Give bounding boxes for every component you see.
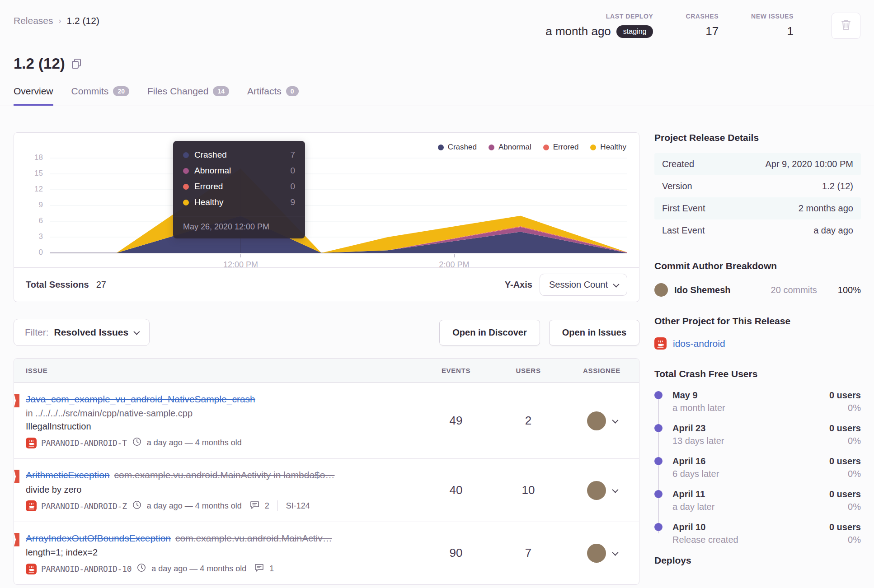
issue-culprit: com.example.vu.android.MainActivity in l… [114, 470, 335, 480]
tooltip-abnormal-value: 0 [290, 166, 295, 176]
other-project-heading: Other Project for This Release [654, 316, 861, 327]
stat-last-deploy: LAST DEPLOY a month ago staging [545, 13, 653, 38]
assignee-avatar [587, 481, 606, 500]
other-project-link[interactable]: idos-android [654, 337, 861, 350]
detail-value: 1.2 (12) [822, 181, 853, 191]
column-assignee: ASSIGNEE [564, 359, 639, 383]
project-link[interactable]: PARANOID-ANDROID-10 [26, 564, 132, 574]
legend-item-errored[interactable]: Errored [543, 143, 579, 152]
deploys-heading: Deploys [654, 555, 861, 566]
yaxis-selected-value: Session Count [549, 280, 608, 290]
users-count: 2 [492, 414, 564, 428]
legend-crashed-label: Crashed [448, 143, 477, 152]
tab-artifacts[interactable]: Artifacts 0 [247, 86, 299, 106]
tooltip-healthy-value: 9 [290, 197, 295, 207]
project-link[interactable]: PARANOID-ANDROID-Z [26, 500, 127, 511]
copy-icon[interactable] [71, 58, 81, 71]
events-count: 90 [420, 546, 492, 560]
delete-release-button[interactable] [832, 13, 860, 39]
author-avatar [654, 283, 668, 297]
chart-legend: Crashed Abnormal Errored Healthy [438, 143, 626, 152]
project-slug: PARANOID-ANDROID-T [41, 438, 127, 448]
new-issues-value: 1 [751, 24, 794, 38]
legend-healthy-label: Healthy [600, 143, 626, 152]
new-issues-label: NEW ISSUES [751, 13, 794, 20]
sessions-chart-svg [50, 153, 627, 254]
trash-icon [841, 19, 851, 33]
y-axis-label: 6 [21, 216, 43, 225]
sessions-chart-plot[interactable]: 036912151812:00 PM2:00 PM [50, 153, 627, 254]
page-title: 1.2 (12) [14, 55, 65, 72]
entry-users: 0 users [829, 456, 861, 467]
java-platform-icon [26, 500, 37, 511]
release-details-heading: Project Release Details [654, 132, 861, 143]
breadcrumb-releases[interactable]: Releases [14, 15, 53, 26]
timeline-dot [654, 424, 663, 432]
tooltip-timestamp: May 26, 2020 12:00 PM [173, 216, 305, 238]
chevron-down-icon [613, 281, 619, 287]
abnormal-color-dot [183, 168, 189, 174]
issue-message: length=1; index=2 [26, 547, 411, 558]
chevron-down-icon [133, 329, 140, 335]
commit-author-breakdown: Commit Author Breakdown Ido Shemesh 20 c… [654, 261, 861, 297]
crash-free-users-section: Total Crash Free Users May 90 users a mo… [654, 369, 861, 545]
events-count: 40 [420, 483, 492, 497]
y-axis-label: 15 [21, 169, 43, 178]
clock-icon [137, 563, 146, 574]
entry-users: 0 users [829, 489, 861, 499]
detail-value: 2 months ago [799, 203, 853, 214]
tab-artifacts-label: Artifacts [247, 86, 282, 97]
crashed-color-dot [438, 145, 444, 150]
comment-icon [254, 563, 264, 574]
project-link[interactable]: PARANOID-ANDROID-T [26, 438, 127, 448]
entry-caption: a day later [672, 502, 714, 512]
detail-row-version: Version 1.2 (12) [654, 175, 861, 197]
issue-title-link[interactable]: Java_com_example_vu_android_NativeSample… [26, 394, 255, 404]
issue-message: divide by zero [26, 485, 411, 495]
y-axis-label: 12 [21, 185, 43, 194]
author-commits: 20 commits [771, 285, 817, 295]
tab-files-changed[interactable]: Files Changed 14 [147, 86, 229, 106]
assignee-dropdown[interactable] [564, 544, 639, 563]
issue-row: ArrayIndexOutOfBoundsExceptioncom.exampl… [14, 522, 639, 584]
entry-caption: 6 days later [672, 469, 719, 479]
issue-culprit: com.example.vu.android.MainActiv… [175, 533, 332, 543]
legend-item-healthy[interactable]: Healthy [590, 143, 626, 152]
entry-caption: 13 days later [672, 436, 724, 446]
chevron-down-icon [612, 549, 618, 555]
issue-title-link[interactable]: ArrayIndexOutOfBoundsException [26, 533, 171, 543]
open-in-discover-button[interactable]: Open in Discover [439, 320, 540, 345]
issues-filter-dropdown[interactable]: Filter: Resolved Issues [14, 319, 150, 346]
yaxis-label: Y-Axis [505, 280, 532, 290]
tooltip-abnormal-label: Abnormal [194, 166, 231, 176]
y-axis-label: 9 [21, 201, 43, 210]
issue-short-id: SI-124 [286, 501, 310, 511]
page-header: Releases › 1.2 (12) LAST DEPLOY a month … [0, 0, 874, 39]
comment-icon [250, 500, 259, 512]
legend-item-crashed[interactable]: Crashed [438, 143, 477, 152]
detail-row-created: Created Apr 9, 2020 10:00 PM [654, 153, 861, 175]
tab-overview[interactable]: Overview [14, 86, 53, 106]
column-users: USERS [492, 359, 564, 383]
tab-commits[interactable]: Commits 20 [71, 86, 129, 106]
timeline-entry: May 90 users a month later0% [654, 390, 861, 413]
clock-icon [132, 437, 141, 448]
entry-percent: 0% [848, 535, 861, 545]
assignee-dropdown[interactable] [564, 411, 639, 430]
java-platform-icon [654, 337, 667, 350]
x-axis-tick [454, 254, 455, 257]
crashes-label: CRASHES [686, 13, 719, 20]
crashes-value: 17 [686, 24, 719, 38]
release-stats: LAST DEPLOY a month ago staging CRASHES … [545, 13, 860, 39]
stat-crashes: CRASHES 17 [686, 13, 719, 38]
chevron-down-icon [612, 417, 618, 423]
yaxis-select[interactable]: Session Count [540, 274, 627, 296]
assignee-dropdown[interactable] [564, 481, 639, 500]
entry-percent: 0% [848, 469, 861, 479]
tooltip-row-healthy: Healthy9 [183, 197, 295, 207]
open-in-issues-button[interactable]: Open in Issues [549, 320, 639, 345]
crash-free-timeline: May 90 users a month later0% April 230 u… [654, 390, 861, 545]
legend-item-abnormal[interactable]: Abnormal [489, 143, 531, 152]
tooltip-row-crashed: Crashed7 [183, 150, 295, 160]
issue-title-link[interactable]: ArithmeticException [26, 470, 110, 480]
